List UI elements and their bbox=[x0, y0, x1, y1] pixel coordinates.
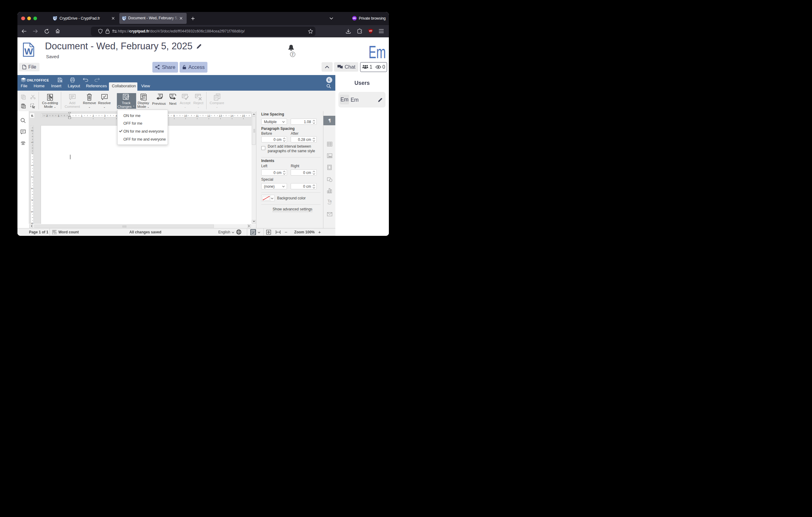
svg-text:uO: uO bbox=[369, 30, 372, 32]
svg-text:5: 5 bbox=[31, 211, 34, 212]
svg-text:4: 4 bbox=[31, 199, 34, 201]
svg-text:3: 3 bbox=[31, 188, 34, 189]
svg-text:2: 2 bbox=[31, 176, 34, 178]
svg-text:1 2 3: 1 2 3 bbox=[52, 232, 57, 234]
svg-text:Ta: Ta bbox=[327, 199, 332, 203]
svg-text:W: W bbox=[25, 46, 33, 56]
svg-text:1: 1 bbox=[31, 141, 34, 143]
svg-text:6: 6 bbox=[31, 222, 34, 224]
svg-text:1: 1 bbox=[31, 164, 34, 166]
svg-text:2: 2 bbox=[31, 130, 34, 131]
